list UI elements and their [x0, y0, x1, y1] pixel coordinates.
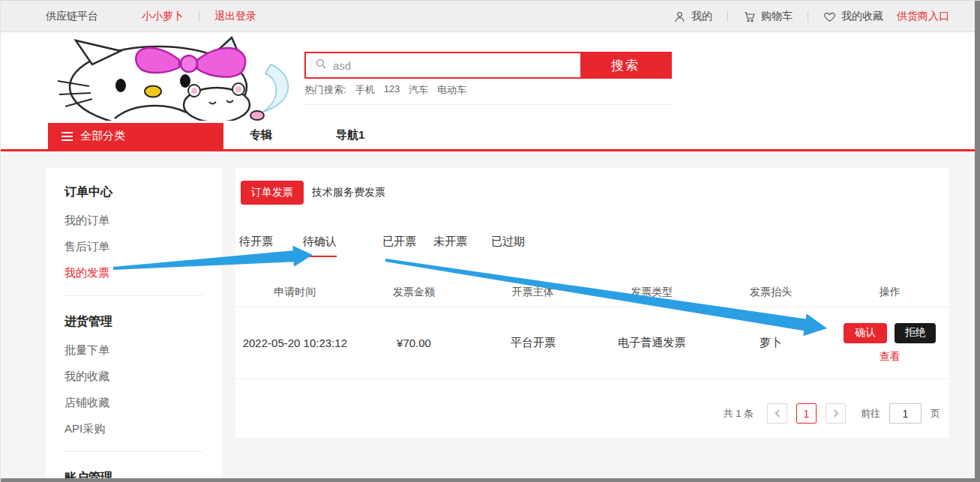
pagination-total: 共 1 条	[724, 407, 754, 421]
header: 搜索 热门搜索: 手机 123 汽车 电动车	[1, 33, 980, 123]
favorites-label: 我的收藏	[841, 10, 883, 23]
main-nav: 全部分类 专辑 导航1	[1, 123, 980, 149]
topbar: 供应链平台 小小萝卜 退出登录 我的 购物车	[1, 1, 980, 32]
col-apply-time: 申请时间	[235, 278, 355, 307]
hot-keyword[interactable]: 123	[384, 83, 400, 97]
hot-keyword[interactable]: 手机	[355, 83, 375, 97]
sidebar-divider	[64, 295, 203, 296]
menu-icon	[61, 132, 73, 141]
page: 供应链平台 小小萝卜 退出登录 我的 购物车	[0, 0, 980, 482]
prev-page-button[interactable]	[767, 403, 787, 424]
col-actions: 操作	[830, 278, 949, 307]
col-issuer: 开票主体	[473, 278, 592, 307]
hot-search-row: 热门搜索: 手机 123 汽车 电动车	[304, 83, 672, 105]
nav-item-album[interactable]: 专辑	[250, 128, 272, 142]
cell-apply-time: 2022-05-20 10:23:12	[235, 307, 355, 379]
sidebar-item-my-favorites[interactable]: 我的收藏	[64, 369, 203, 384]
status-tab-invoiced[interactable]: 已开票	[382, 235, 416, 256]
status-tab-pending-confirm[interactable]: 待确认	[303, 235, 337, 257]
sidebar-section-order-center: 订单中心	[64, 184, 203, 200]
chevron-right-icon	[831, 410, 838, 418]
hot-keyword[interactable]: 电动车	[437, 83, 466, 97]
goto-label: 前往	[861, 407, 880, 421]
content-area: 订单中心 我的订单 售后订单 我的发票 进货管理 批量下单 我的收藏 店铺收藏 …	[1, 151, 980, 482]
person-icon	[673, 10, 686, 23]
tab-order-invoice[interactable]: 订单发票	[241, 181, 304, 205]
divider	[727, 11, 728, 22]
sidebar: 订单中心 我的订单 售后订单 我的发票 进货管理 批量下单 我的收藏 店铺收藏 …	[46, 168, 222, 482]
col-invoice-title: 发票抬头	[712, 278, 831, 307]
confirm-button[interactable]: 确认	[844, 323, 887, 343]
chevron-left-icon	[775, 410, 782, 418]
cell-issuer: 平台开票	[473, 307, 592, 379]
my-account-link[interactable]: 我的	[673, 10, 712, 23]
sidebar-item-aftersale-orders[interactable]: 售后订单	[64, 239, 203, 254]
cell-actions: 确认 拒绝 查看	[830, 307, 949, 379]
sidebar-divider	[64, 451, 203, 452]
brand-label: 供应链平台	[46, 10, 98, 23]
page-unit-label: 页	[931, 407, 940, 421]
logout-link[interactable]: 退出登录	[214, 10, 256, 23]
cart-label: 购物车	[761, 10, 793, 23]
sidebar-item-api-purchase[interactable]: API采购	[64, 421, 203, 436]
nav-item-nav1[interactable]: 导航1	[336, 128, 364, 142]
divider	[808, 11, 808, 22]
window-edge-right	[975, 1, 980, 482]
hot-search-label: 热门搜索:	[304, 83, 346, 97]
sidebar-section-purchase-mgmt: 进货管理	[64, 314, 203, 330]
cell-invoice-type: 电子普通发票	[592, 307, 712, 379]
cell-amount: ¥70.00	[355, 307, 474, 379]
all-categories-button[interactable]: 全部分类	[48, 123, 223, 149]
sidebar-item-my-orders[interactable]: 我的订单	[64, 213, 203, 228]
status-tab-pending-invoice[interactable]: 待开票	[239, 235, 273, 256]
search-icon	[315, 58, 327, 73]
username-link[interactable]: 小小萝卜	[142, 10, 184, 23]
search-button[interactable]: 搜索	[580, 53, 670, 77]
table-header-row: 申请时间 发票金额 开票主体 发票类型 发票抬头 操作	[235, 278, 949, 307]
table-row: 2022-05-20 10:23:12 ¥70.00 平台开票 电子普通发票 萝…	[235, 307, 949, 379]
my-account-label: 我的	[691, 10, 712, 23]
pagination: 共 1 条 1 前往 页	[724, 403, 940, 424]
sidebar-item-my-invoices[interactable]: 我的发票	[64, 265, 203, 280]
next-page-button[interactable]	[826, 403, 846, 424]
goto-page-input[interactable]	[889, 403, 922, 424]
page-1-button[interactable]: 1	[796, 403, 817, 424]
search-bar: 搜索	[304, 52, 672, 79]
search-input[interactable]	[333, 59, 558, 72]
status-tab-expired[interactable]: 已过期	[491, 235, 525, 256]
sidebar-item-shop-favorites[interactable]: 店铺收藏	[64, 395, 203, 410]
cart-link[interactable]: 购物车	[743, 10, 793, 23]
window-edge-bottom	[1, 478, 980, 482]
reject-button[interactable]: 拒绝	[895, 323, 936, 343]
invoice-panel: 订单发票 技术服务费发票 待开票 待确认 已开票 未开票 已过期 申请时间 发票…	[235, 168, 949, 438]
favorites-link[interactable]: 我的收藏	[823, 10, 883, 23]
tab-tech-service-invoice[interactable]: 技术服务费发票	[312, 186, 385, 199]
all-categories-label: 全部分类	[80, 129, 125, 143]
cart-icon	[743, 10, 756, 23]
sidebar-item-batch-order[interactable]: 批量下单	[64, 343, 203, 358]
divider	[199, 11, 199, 22]
status-tab-not-invoiced[interactable]: 未开票	[433, 235, 467, 256]
cell-invoice-title: 萝卜	[712, 307, 831, 379]
logo-cat-image[interactable]	[46, 36, 297, 121]
hot-keyword[interactable]: 汽车	[409, 83, 428, 97]
supplier-entry-link[interactable]: 供货商入口	[897, 10, 949, 23]
col-invoice-type: 发票类型	[592, 278, 712, 307]
col-amount: 发票金额	[355, 278, 474, 307]
view-link[interactable]: 查看	[880, 350, 901, 364]
heart-icon	[823, 10, 836, 23]
